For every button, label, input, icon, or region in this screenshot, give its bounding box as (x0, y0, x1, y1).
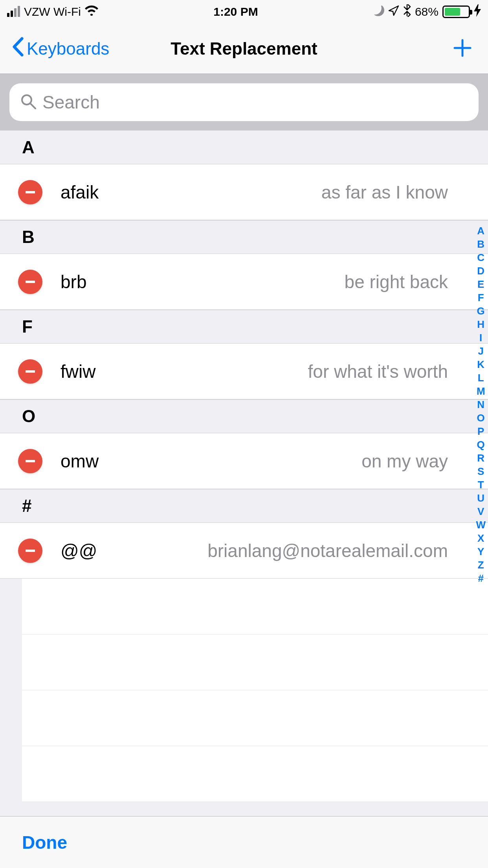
location-icon (388, 5, 399, 19)
search-input[interactable] (42, 92, 468, 113)
phrase-text: be right back (345, 271, 466, 292)
index-letter[interactable]: T (478, 479, 484, 492)
table-row[interactable]: afaik as far as I know (0, 164, 488, 220)
do-not-disturb-icon (373, 5, 384, 19)
back-button[interactable]: Keyboards (12, 37, 109, 61)
index-letter[interactable]: H (477, 318, 484, 332)
section-key: # (22, 496, 31, 516)
status-right: 68% (373, 4, 481, 20)
delete-button[interactable] (18, 449, 42, 473)
section-header: F (0, 310, 488, 344)
page-title: Text Replacement (171, 39, 317, 59)
index-letter[interactable]: R (477, 452, 484, 465)
back-label: Keyboards (27, 39, 109, 59)
index-letter[interactable]: D (477, 265, 484, 278)
index-letter[interactable]: E (477, 278, 484, 292)
index-letter[interactable]: B (477, 238, 484, 252)
index-letter[interactable]: J (478, 345, 483, 359)
index-letter[interactable]: P (477, 425, 484, 439)
delete-button[interactable] (18, 539, 42, 563)
index-letter[interactable]: X (477, 532, 484, 546)
blank-row (22, 579, 488, 634)
battery-icon (442, 6, 470, 18)
index-letter[interactable]: W (476, 519, 486, 532)
table-row[interactable]: brb be right back (0, 254, 488, 310)
done-button[interactable]: Done (22, 832, 67, 853)
index-letter[interactable]: U (477, 492, 484, 506)
minus-icon (23, 185, 37, 199)
index-letter[interactable]: Z (478, 559, 484, 572)
battery-fill (445, 8, 460, 16)
status-bar: VZW Wi-Fi 1:20 PM 68% (0, 0, 488, 24)
status-left: VZW Wi-Fi (7, 5, 98, 18)
charging-icon (474, 4, 481, 20)
bluetooth-icon (403, 4, 411, 20)
index-letter[interactable]: F (478, 292, 484, 305)
carrier-label: VZW Wi-Fi (24, 5, 81, 18)
plus-icon (453, 38, 472, 58)
shortcut-text: brb (61, 271, 86, 292)
shortcut-text: afaik (61, 182, 99, 203)
minus-icon (23, 454, 37, 468)
phrase-text: on my way (361, 451, 466, 472)
delete-button[interactable] (18, 180, 42, 204)
section-header: B (0, 220, 488, 254)
section-header: A (0, 131, 488, 164)
search-field[interactable] (9, 83, 479, 121)
section-header: O (0, 399, 488, 433)
delete-button[interactable] (18, 359, 42, 384)
bottom-toolbar: Done (0, 816, 488, 868)
index-letter[interactable]: Q (477, 439, 485, 452)
section-key: O (22, 406, 35, 426)
blank-row (22, 746, 488, 802)
index-letter[interactable]: Y (477, 546, 484, 559)
table-row[interactable]: @@ brianlang@notarealemail.com (0, 523, 488, 579)
section-key: A (22, 138, 35, 157)
svg-line-3 (31, 104, 35, 108)
empty-rows (0, 579, 488, 802)
index-letter[interactable]: S (477, 465, 484, 479)
search-icon (20, 94, 36, 111)
replacements-table: A afaik as far as I know B brb be right … (0, 131, 488, 802)
index-letter[interactable]: # (478, 572, 483, 586)
svg-point-2 (22, 95, 31, 105)
index-letter[interactable]: O (477, 412, 485, 425)
search-bar (0, 74, 488, 131)
add-button[interactable] (453, 38, 472, 59)
section-index[interactable]: A B C D E F G H I J K L M N O P Q R S T … (476, 225, 486, 586)
minus-icon (23, 275, 37, 289)
phrase-text: as far as I know (321, 182, 466, 203)
table-row[interactable]: omw on my way (0, 433, 488, 489)
section-key: F (22, 317, 33, 337)
battery-percentage: 68% (415, 5, 438, 18)
index-letter[interactable]: V (477, 506, 484, 519)
index-letter[interactable]: C (477, 252, 484, 265)
index-letter[interactable]: K (477, 359, 484, 372)
nav-bar: Keyboards Text Replacement (0, 24, 488, 74)
phrase-text: for what it's worth (308, 361, 466, 382)
section-key: B (22, 227, 35, 247)
index-letter[interactable]: A (477, 225, 484, 238)
index-letter[interactable]: N (477, 399, 484, 412)
clock: 1:20 PM (213, 5, 258, 18)
minus-icon (23, 544, 37, 558)
index-letter[interactable]: M (477, 385, 485, 399)
blank-row (22, 690, 488, 746)
shortcut-text: @@ (61, 540, 97, 561)
shortcut-text: omw (61, 451, 99, 472)
index-letter[interactable]: I (479, 332, 482, 345)
index-letter[interactable]: G (477, 305, 485, 318)
wifi-icon (85, 5, 98, 18)
delete-button[interactable] (18, 270, 42, 294)
phrase-text: brianlang@notarealemail.com (207, 540, 466, 561)
chevron-left-icon (12, 37, 24, 61)
minus-icon (23, 364, 37, 379)
blank-row (22, 634, 488, 690)
section-header: # (0, 489, 488, 523)
shortcut-text: fwiw (61, 361, 95, 382)
index-letter[interactable]: L (478, 372, 484, 385)
table-row[interactable]: fwiw for what it's worth (0, 344, 488, 399)
signal-icon (7, 7, 20, 17)
